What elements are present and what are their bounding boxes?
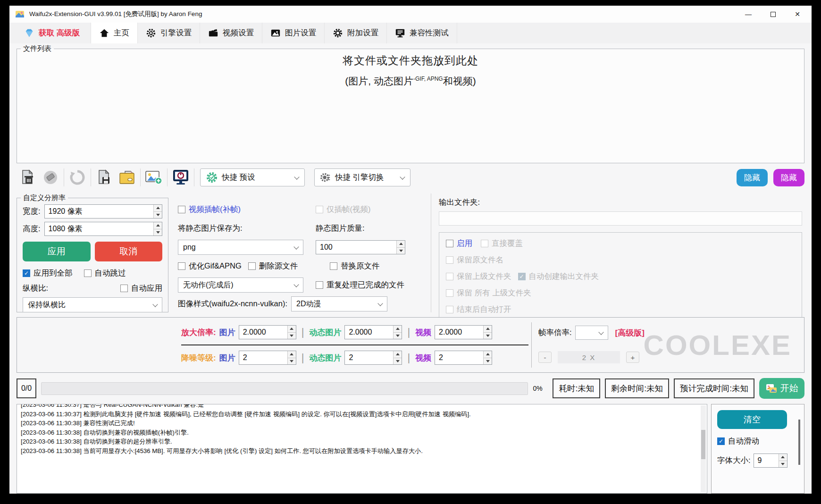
log-output[interactable]: [2023-03-06 11:30:37] 是否与 Real-CUGAN-NCN… bbox=[17, 404, 707, 494]
eraser-button[interactable] bbox=[39, 167, 62, 188]
elapsed-time-box: 耗时:未知 bbox=[553, 378, 600, 398]
denoise-image-spinner[interactable]: 2 bbox=[239, 351, 296, 365]
denoise-video-spinner[interactable]: 2 bbox=[435, 351, 492, 365]
minimize-button[interactable]: — bbox=[736, 6, 761, 22]
auto-apply-checkbox[interactable] bbox=[120, 285, 128, 292]
image-tag-label: 图片 bbox=[219, 327, 235, 338]
chevron-down-icon bbox=[598, 329, 603, 335]
add-images-button[interactable] bbox=[142, 167, 165, 188]
settings-gear-icon bbox=[333, 28, 343, 38]
log-scrollbar-thumb[interactable] bbox=[701, 430, 705, 460]
spinner-buttons[interactable] bbox=[779, 454, 787, 467]
overwrite-label: 直接覆盖 bbox=[492, 238, 523, 249]
quick-preset-dropdown[interactable]: 快捷 预设 bbox=[200, 168, 305, 186]
replace-original-checkbox[interactable] bbox=[330, 262, 337, 270]
scale-gif-spinner[interactable]: 2.0000 bbox=[344, 325, 402, 339]
log-control-panel: 清空 ✓ 自动滑动 字体大小: 9 bbox=[711, 404, 804, 494]
hide-right-button[interactable]: 隐藏 bbox=[773, 169, 804, 186]
spinner-buttons[interactable] bbox=[287, 326, 296, 339]
file-drop-area[interactable]: 将文件或文件夹拖放到此处 (图片, 动态图片-GIF, APNG和视频) bbox=[17, 53, 804, 88]
tab-video-settings[interactable]: 视频设置 bbox=[200, 23, 262, 43]
replace-original-label: 替换原文件 bbox=[341, 261, 380, 271]
delete-file-button[interactable] bbox=[17, 167, 39, 188]
auto-open-checkbox[interactable] bbox=[446, 306, 453, 313]
tab-compatibility-test[interactable]: 兼容性测试 bbox=[387, 23, 457, 43]
open-file-list-button[interactable] bbox=[116, 167, 138, 188]
tab-get-premium[interactable]: 获取 高级版 bbox=[16, 23, 88, 43]
height-value: 1080 像素 bbox=[45, 224, 153, 234]
framerate-dropdown[interactable] bbox=[575, 326, 608, 340]
after-action-value: 无动作(完成后) bbox=[183, 280, 234, 290]
spinner-buttons[interactable] bbox=[396, 241, 405, 254]
progress-row: 0/0 0% 耗时:未知 剩余时间:未知 预计完成时间:未知 开始 bbox=[17, 377, 804, 400]
auto-create-output-checkbox[interactable]: ✓ bbox=[518, 273, 526, 280]
hide-left-button[interactable]: 隐藏 bbox=[737, 169, 768, 186]
keep-all-parents-label: 保留 所有 上级文件夹 bbox=[457, 288, 531, 298]
image-tag-label: 图片 bbox=[219, 353, 235, 363]
close-button[interactable]: ✕ bbox=[785, 6, 810, 22]
reprocess-checkbox[interactable] bbox=[316, 281, 323, 289]
keep-filename-checkbox[interactable] bbox=[446, 256, 453, 264]
output-folder-input[interactable] bbox=[439, 211, 802, 226]
width-spinner[interactable]: 1920 像素 bbox=[44, 204, 162, 218]
aspect-ratio-dropdown[interactable]: 保持纵横比 bbox=[23, 297, 162, 312]
save-file-list-button[interactable] bbox=[93, 167, 116, 188]
overwrite-checkbox[interactable] bbox=[481, 240, 488, 247]
drop-hint-sup: -GIF, APNG bbox=[413, 76, 443, 82]
spinner-buttons[interactable] bbox=[483, 326, 492, 339]
panel-scrollbar[interactable] bbox=[798, 420, 800, 465]
keep-all-parents-checkbox[interactable] bbox=[446, 289, 453, 297]
tab-additional-settings[interactable]: 附加设置 bbox=[325, 23, 387, 43]
progress-bar bbox=[41, 382, 528, 395]
scale-video-value: 2.0000 bbox=[435, 328, 483, 336]
home-icon bbox=[99, 28, 109, 38]
start-button[interactable]: 开始 bbox=[759, 378, 804, 399]
output-enable-checkbox[interactable] bbox=[446, 240, 453, 247]
scale-image-spinner[interactable]: 2.0000 bbox=[239, 325, 296, 339]
scale-video-spinner[interactable]: 2.0000 bbox=[435, 325, 492, 339]
engine-switch-gear-icon bbox=[320, 172, 331, 183]
log-scrollbar[interactable] bbox=[701, 405, 706, 492]
spinner-buttons[interactable] bbox=[393, 326, 402, 339]
spinner-buttons[interactable] bbox=[153, 205, 162, 218]
apply-button[interactable]: 应用 bbox=[23, 242, 91, 261]
framerate-minus-button[interactable]: - bbox=[538, 352, 552, 363]
apply-to-all-checkbox[interactable]: ✓ bbox=[23, 269, 30, 277]
spinner-buttons[interactable] bbox=[287, 351, 296, 364]
refresh-button[interactable] bbox=[66, 167, 89, 188]
video-interpolation-checkbox[interactable] bbox=[178, 206, 185, 213]
delete-source-checkbox[interactable] bbox=[248, 262, 256, 270]
file-list-legend: 文件列表 bbox=[21, 44, 54, 53]
spinner-buttons[interactable] bbox=[483, 351, 492, 364]
interpolation-only-checkbox[interactable] bbox=[316, 206, 323, 213]
after-action-dropdown[interactable]: 无动作(完成后) bbox=[178, 277, 303, 293]
spinner-buttons[interactable] bbox=[153, 222, 162, 235]
clear-log-button[interactable]: 清空 bbox=[717, 410, 787, 429]
log-lines: [2023-03-06 11:30:37] 是否与 Real-CUGAN-NCN… bbox=[21, 404, 696, 455]
toolbar-separator bbox=[91, 168, 91, 186]
maximize-button[interactable] bbox=[761, 6, 785, 22]
denoise-gif-spinner[interactable]: 2 bbox=[344, 351, 402, 365]
tab-engine-settings[interactable]: 引擎设置 bbox=[138, 23, 200, 43]
height-spinner[interactable]: 1080 像素 bbox=[44, 222, 162, 236]
tab-home[interactable]: 主页 bbox=[91, 23, 138, 43]
auto-skip-checkbox[interactable] bbox=[84, 269, 92, 277]
spinner-buttons[interactable] bbox=[393, 351, 402, 364]
log-line: [2023-03-06 11:30:38] 兼容性测试已完成! bbox=[21, 419, 696, 428]
keep-parent-folder-checkbox[interactable] bbox=[446, 273, 453, 280]
image-style-dropdown[interactable]: 2D动漫 bbox=[291, 296, 387, 311]
monitor-power-button[interactable] bbox=[169, 167, 192, 188]
cancel-button[interactable]: 取消 bbox=[95, 242, 163, 261]
tab-image-settings[interactable]: 图片设置 bbox=[262, 23, 325, 43]
optimize-gif-checkbox[interactable] bbox=[178, 262, 185, 270]
aspect-ratio-value: 保持纵横比 bbox=[28, 300, 66, 310]
image-quality-spinner[interactable]: 100 bbox=[316, 240, 405, 254]
image-format-dropdown[interactable]: png bbox=[178, 240, 303, 255]
font-size-spinner[interactable]: 9 bbox=[754, 454, 787, 468]
processing-options-panel: 视频插帧(补帧) 仅插帧(视频) 将静态图片保存为: 静态图片质量: png 1… bbox=[168, 193, 431, 312]
quick-engine-dropdown[interactable]: 快捷 引擎切换 bbox=[314, 168, 410, 186]
auto-scroll-checkbox[interactable]: ✓ bbox=[717, 437, 725, 445]
framerate-plus-button[interactable]: + bbox=[626, 352, 639, 363]
reprocess-label: 重复处理已完成的文件 bbox=[327, 280, 404, 290]
chevron-down-icon bbox=[400, 174, 405, 179]
